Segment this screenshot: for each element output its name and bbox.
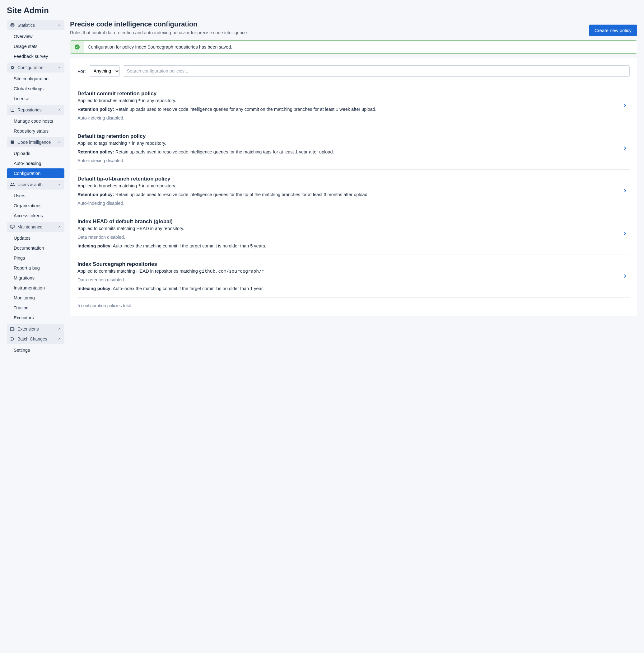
monitor-icon [10, 224, 15, 229]
nav-item-monitoring[interactable]: Monitoring [7, 293, 65, 303]
nav-item-instrumentation[interactable]: Instrumentation [7, 283, 65, 293]
nav-section-extensions[interactable]: Extensions [7, 324, 65, 334]
nav-section-statistics[interactable]: Statistics [7, 20, 65, 30]
search-input[interactable] [123, 65, 630, 77]
policy-retention: Retention policy: Retain uploads used to… [77, 192, 615, 197]
filter-select[interactable]: Anything [89, 65, 120, 77]
nav-item-feedback-survey[interactable]: Feedback survey [7, 51, 65, 61]
nav-item-access-tokens[interactable]: Access tokens [7, 211, 65, 221]
nav-item-auto-indexing[interactable]: Auto-indexing [7, 159, 65, 168]
policy-open-button[interactable] [620, 186, 630, 195]
nav-item-settings[interactable]: Settings [7, 345, 65, 355]
puzzle-icon [10, 326, 15, 332]
nav-item-tracing[interactable]: Tracing [7, 303, 65, 313]
policy-open-button[interactable] [620, 144, 630, 153]
policy-applied: Applied to branches matching * in any re… [77, 183, 615, 188]
policy-auto-index-disabled: Auto-indexing disabled. [77, 158, 615, 163]
success-alert: Configuration for policy Index Sourcegra… [70, 41, 637, 53]
policy-row: Default tag retention policyApplied to t… [77, 127, 630, 169]
policy-open-button[interactable] [620, 229, 630, 238]
policy-open-button[interactable] [620, 271, 630, 281]
chevron-up-icon [57, 108, 61, 112]
policy-data-retention-disabled: Data retention disabled. [77, 235, 615, 240]
content-title: Precise code intelligence configuration [70, 20, 248, 28]
chevron-up-icon [57, 140, 61, 144]
svg-point-4 [11, 340, 12, 341]
alert-icon-zone [70, 41, 84, 53]
policy-title: Default tag retention policy [77, 133, 615, 140]
nav-section-configuration[interactable]: Configuration [7, 63, 65, 73]
chevron-up-icon [57, 327, 61, 331]
nav-section-label: Configuration [18, 65, 43, 70]
policy-title: Index HEAD of default branch (global) [77, 218, 615, 225]
policies-panel: For: Anything Default commit retention p… [70, 58, 637, 316]
chevron-up-icon [57, 337, 61, 341]
policy-title: Index Sourcegraph repositories [77, 261, 615, 267]
nav-section-label: Code intelligence [18, 140, 51, 145]
policy-open-button[interactable] [620, 101, 630, 110]
nav-item-organizations[interactable]: Organizations [7, 201, 65, 211]
nav-section-maintenance[interactable]: Maintenance [7, 222, 65, 232]
batch-icon [10, 336, 15, 341]
nav-item-overview[interactable]: Overview [7, 31, 65, 41]
policy-row: Index HEAD of default branch (global)App… [77, 212, 630, 255]
filter-label: For: [77, 69, 86, 74]
nav-section-label: Maintenance [18, 224, 42, 229]
sidebar: StatisticsOverviewUsage statsFeedback su… [7, 20, 65, 356]
policy-count: 5 configuration policies total [77, 297, 630, 308]
nav-section-batch-changes[interactable]: Batch Changes [7, 334, 65, 344]
nav-section-users-auth[interactable]: Users & auth [7, 179, 65, 190]
policy-applied: Applied to branches matching * in any re… [77, 98, 615, 103]
policy-indexing: Indexing policy: Auto-index the matching… [77, 286, 615, 291]
policy-retention: Retention policy: Retain uploads used to… [77, 107, 615, 112]
nav-section-label: Batch Changes [18, 336, 47, 341]
nav-item-manage-code-hosts[interactable]: Manage code hosts [7, 116, 65, 126]
nav-section-repositories[interactable]: Repositories [7, 105, 65, 115]
policy-row: Default tip-of-branch retention policyAp… [77, 169, 630, 212]
brain-icon [10, 140, 15, 145]
nav-section-label: Extensions [18, 326, 39, 332]
policy-row: Default commit retention policyApplied t… [77, 84, 630, 127]
nav-item-executors[interactable]: Executors [7, 313, 65, 323]
filter-row: For: Anything [77, 65, 630, 77]
policy-applied: Applied to commits matching HEAD in any … [77, 226, 615, 231]
chevron-up-icon [57, 183, 61, 187]
nav-section-code-intelligence[interactable]: Code intelligence [7, 137, 65, 147]
create-new-policy-button[interactable]: Create new policy [589, 25, 637, 36]
nav-item-updates[interactable]: Updates [7, 233, 65, 243]
policy-title: Default tip-of-branch retention policy [77, 176, 615, 182]
svg-rect-0 [10, 225, 14, 228]
nav-item-site-configuration[interactable]: Site configuration [7, 74, 65, 84]
policy-indexing: Indexing policy: Auto-index the matching… [77, 243, 615, 248]
globe-icon [10, 23, 15, 28]
policy-data-retention-disabled: Data retention disabled. [77, 277, 615, 282]
nav-item-license[interactable]: License [7, 94, 65, 104]
nav-item-repository-status[interactable]: Repository status [7, 126, 65, 136]
policy-applied: Applied to tags matching * in any reposi… [77, 141, 615, 146]
nav-section-label: Users & auth [18, 182, 43, 187]
nav-item-report-a-bug[interactable]: Report a bug [7, 263, 65, 273]
nav-item-users[interactable]: Users [7, 191, 65, 201]
nav-item-uploads[interactable]: Uploads [7, 148, 65, 159]
nav-item-pings[interactable]: Pings [7, 253, 65, 263]
nav-item-documentation[interactable]: Documentation [7, 243, 65, 253]
users-icon [10, 182, 15, 187]
svg-point-3 [11, 337, 12, 338]
nav-item-migrations[interactable]: Migrations [7, 273, 65, 283]
repo-icon [10, 107, 15, 112]
policy-retention: Retention policy: Retain uploads used to… [77, 149, 615, 154]
chevron-up-icon [57, 23, 61, 27]
page-title: Site Admin [7, 6, 637, 15]
policy-row: Index Sourcegraph repositoriesApplied to… [77, 255, 630, 297]
content-subtitle: Rules that control data retention and au… [70, 30, 248, 35]
policy-applied: Applied to commits matching HEAD in repo… [77, 269, 615, 273]
nav-item-usage-stats[interactable]: Usage stats [7, 41, 65, 51]
main-content: Precise code intelligence configuration … [70, 20, 637, 356]
nav-item-global-settings[interactable]: Global settings [7, 84, 65, 94]
chevron-up-icon [57, 66, 61, 69]
policy-auto-index-disabled: Auto-indexing disabled. [77, 201, 615, 206]
policy-title: Default commit retention policy [77, 91, 615, 97]
nav-item-configuration[interactable]: Configuration [7, 168, 65, 178]
chevron-up-icon [57, 225, 61, 229]
check-circle-icon [75, 45, 80, 49]
